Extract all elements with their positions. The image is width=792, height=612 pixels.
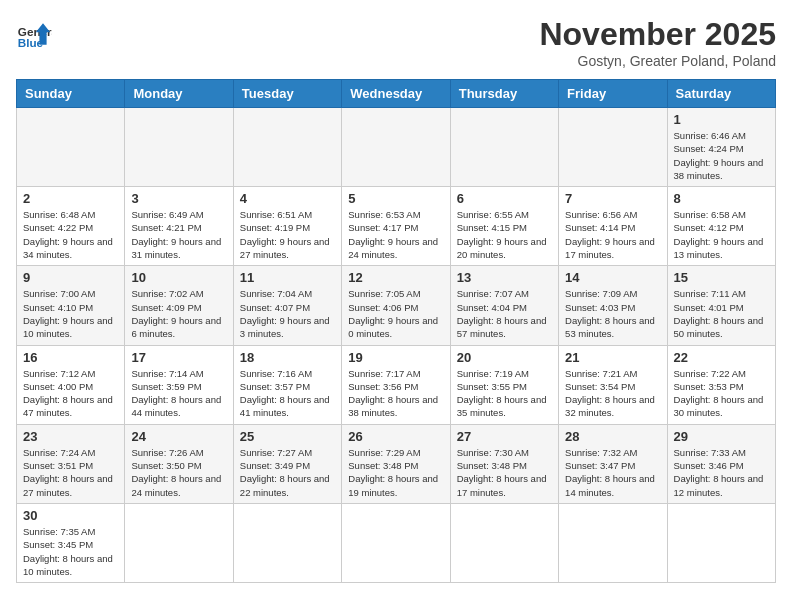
calendar-cell [342, 108, 450, 187]
calendar-cell: 5Sunrise: 6:53 AM Sunset: 4:17 PM Daylig… [342, 187, 450, 266]
day-number: 30 [23, 508, 118, 523]
calendar-cell: 29Sunrise: 7:33 AM Sunset: 3:46 PM Dayli… [667, 424, 775, 503]
calendar-cell: 16Sunrise: 7:12 AM Sunset: 4:00 PM Dayli… [17, 345, 125, 424]
calendar-cell: 21Sunrise: 7:21 AM Sunset: 3:54 PM Dayli… [559, 345, 667, 424]
day-info: Sunrise: 6:56 AM Sunset: 4:14 PM Dayligh… [565, 208, 660, 261]
day-number: 13 [457, 270, 552, 285]
calendar-cell: 11Sunrise: 7:04 AM Sunset: 4:07 PM Dayli… [233, 266, 341, 345]
day-info: Sunrise: 7:12 AM Sunset: 4:00 PM Dayligh… [23, 367, 118, 420]
calendar-cell [450, 108, 558, 187]
calendar-cell: 23Sunrise: 7:24 AM Sunset: 3:51 PM Dayli… [17, 424, 125, 503]
calendar-header-row: SundayMondayTuesdayWednesdayThursdayFrid… [17, 80, 776, 108]
logo: General Blue [16, 16, 52, 52]
day-number: 15 [674, 270, 769, 285]
day-info: Sunrise: 6:49 AM Sunset: 4:21 PM Dayligh… [131, 208, 226, 261]
day-number: 29 [674, 429, 769, 444]
day-number: 10 [131, 270, 226, 285]
day-info: Sunrise: 7:14 AM Sunset: 3:59 PM Dayligh… [131, 367, 226, 420]
day-info: Sunrise: 7:04 AM Sunset: 4:07 PM Dayligh… [240, 287, 335, 340]
calendar-cell: 18Sunrise: 7:16 AM Sunset: 3:57 PM Dayli… [233, 345, 341, 424]
day-number: 16 [23, 350, 118, 365]
location-title: Gostyn, Greater Poland, Poland [539, 53, 776, 69]
day-info: Sunrise: 7:11 AM Sunset: 4:01 PM Dayligh… [674, 287, 769, 340]
weekday-header: Thursday [450, 80, 558, 108]
day-info: Sunrise: 7:19 AM Sunset: 3:55 PM Dayligh… [457, 367, 552, 420]
day-number: 5 [348, 191, 443, 206]
calendar-cell: 2Sunrise: 6:48 AM Sunset: 4:22 PM Daylig… [17, 187, 125, 266]
weekday-header: Tuesday [233, 80, 341, 108]
calendar-cell: 10Sunrise: 7:02 AM Sunset: 4:09 PM Dayli… [125, 266, 233, 345]
day-number: 21 [565, 350, 660, 365]
weekday-header: Friday [559, 80, 667, 108]
day-info: Sunrise: 6:46 AM Sunset: 4:24 PM Dayligh… [674, 129, 769, 182]
calendar-cell: 12Sunrise: 7:05 AM Sunset: 4:06 PM Dayli… [342, 266, 450, 345]
day-number: 9 [23, 270, 118, 285]
day-info: Sunrise: 7:26 AM Sunset: 3:50 PM Dayligh… [131, 446, 226, 499]
calendar-cell [125, 108, 233, 187]
calendar-cell: 19Sunrise: 7:17 AM Sunset: 3:56 PM Dayli… [342, 345, 450, 424]
day-number: 26 [348, 429, 443, 444]
calendar-week-row: 23Sunrise: 7:24 AM Sunset: 3:51 PM Dayli… [17, 424, 776, 503]
calendar-cell: 13Sunrise: 7:07 AM Sunset: 4:04 PM Dayli… [450, 266, 558, 345]
calendar-cell: 17Sunrise: 7:14 AM Sunset: 3:59 PM Dayli… [125, 345, 233, 424]
day-info: Sunrise: 6:55 AM Sunset: 4:15 PM Dayligh… [457, 208, 552, 261]
calendar-cell: 7Sunrise: 6:56 AM Sunset: 4:14 PM Daylig… [559, 187, 667, 266]
day-number: 19 [348, 350, 443, 365]
calendar-cell: 22Sunrise: 7:22 AM Sunset: 3:53 PM Dayli… [667, 345, 775, 424]
day-info: Sunrise: 7:33 AM Sunset: 3:46 PM Dayligh… [674, 446, 769, 499]
calendar-week-row: 30Sunrise: 7:35 AM Sunset: 3:45 PM Dayli… [17, 503, 776, 582]
calendar-cell: 27Sunrise: 7:30 AM Sunset: 3:48 PM Dayli… [450, 424, 558, 503]
day-info: Sunrise: 7:35 AM Sunset: 3:45 PM Dayligh… [23, 525, 118, 578]
day-number: 14 [565, 270, 660, 285]
day-info: Sunrise: 7:05 AM Sunset: 4:06 PM Dayligh… [348, 287, 443, 340]
calendar-cell: 8Sunrise: 6:58 AM Sunset: 4:12 PM Daylig… [667, 187, 775, 266]
day-info: Sunrise: 7:21 AM Sunset: 3:54 PM Dayligh… [565, 367, 660, 420]
weekday-header: Monday [125, 80, 233, 108]
day-info: Sunrise: 7:22 AM Sunset: 3:53 PM Dayligh… [674, 367, 769, 420]
day-number: 23 [23, 429, 118, 444]
day-number: 11 [240, 270, 335, 285]
day-number: 2 [23, 191, 118, 206]
day-number: 27 [457, 429, 552, 444]
day-number: 4 [240, 191, 335, 206]
month-title: November 2025 [539, 16, 776, 53]
calendar-cell [342, 503, 450, 582]
calendar-cell [125, 503, 233, 582]
logo-icon: General Blue [16, 16, 52, 52]
day-number: 25 [240, 429, 335, 444]
calendar-week-row: 1Sunrise: 6:46 AM Sunset: 4:24 PM Daylig… [17, 108, 776, 187]
day-number: 24 [131, 429, 226, 444]
calendar-cell: 1Sunrise: 6:46 AM Sunset: 4:24 PM Daylig… [667, 108, 775, 187]
weekday-header: Sunday [17, 80, 125, 108]
calendar-cell [559, 503, 667, 582]
day-number: 1 [674, 112, 769, 127]
calendar-cell: 24Sunrise: 7:26 AM Sunset: 3:50 PM Dayli… [125, 424, 233, 503]
day-info: Sunrise: 7:30 AM Sunset: 3:48 PM Dayligh… [457, 446, 552, 499]
day-info: Sunrise: 7:17 AM Sunset: 3:56 PM Dayligh… [348, 367, 443, 420]
day-info: Sunrise: 7:16 AM Sunset: 3:57 PM Dayligh… [240, 367, 335, 420]
calendar-cell [17, 108, 125, 187]
day-number: 28 [565, 429, 660, 444]
calendar-cell: 9Sunrise: 7:00 AM Sunset: 4:10 PM Daylig… [17, 266, 125, 345]
weekday-header: Saturday [667, 80, 775, 108]
day-number: 8 [674, 191, 769, 206]
day-number: 18 [240, 350, 335, 365]
calendar-cell: 6Sunrise: 6:55 AM Sunset: 4:15 PM Daylig… [450, 187, 558, 266]
calendar-week-row: 9Sunrise: 7:00 AM Sunset: 4:10 PM Daylig… [17, 266, 776, 345]
calendar-cell: 4Sunrise: 6:51 AM Sunset: 4:19 PM Daylig… [233, 187, 341, 266]
day-info: Sunrise: 7:07 AM Sunset: 4:04 PM Dayligh… [457, 287, 552, 340]
day-info: Sunrise: 7:02 AM Sunset: 4:09 PM Dayligh… [131, 287, 226, 340]
day-info: Sunrise: 6:58 AM Sunset: 4:12 PM Dayligh… [674, 208, 769, 261]
day-number: 7 [565, 191, 660, 206]
day-number: 6 [457, 191, 552, 206]
day-number: 20 [457, 350, 552, 365]
calendar-cell [233, 108, 341, 187]
calendar-cell [559, 108, 667, 187]
calendar-cell [233, 503, 341, 582]
day-info: Sunrise: 7:24 AM Sunset: 3:51 PM Dayligh… [23, 446, 118, 499]
calendar-cell: 25Sunrise: 7:27 AM Sunset: 3:49 PM Dayli… [233, 424, 341, 503]
calendar-cell: 15Sunrise: 7:11 AM Sunset: 4:01 PM Dayli… [667, 266, 775, 345]
day-info: Sunrise: 6:48 AM Sunset: 4:22 PM Dayligh… [23, 208, 118, 261]
day-info: Sunrise: 6:51 AM Sunset: 4:19 PM Dayligh… [240, 208, 335, 261]
day-info: Sunrise: 7:27 AM Sunset: 3:49 PM Dayligh… [240, 446, 335, 499]
